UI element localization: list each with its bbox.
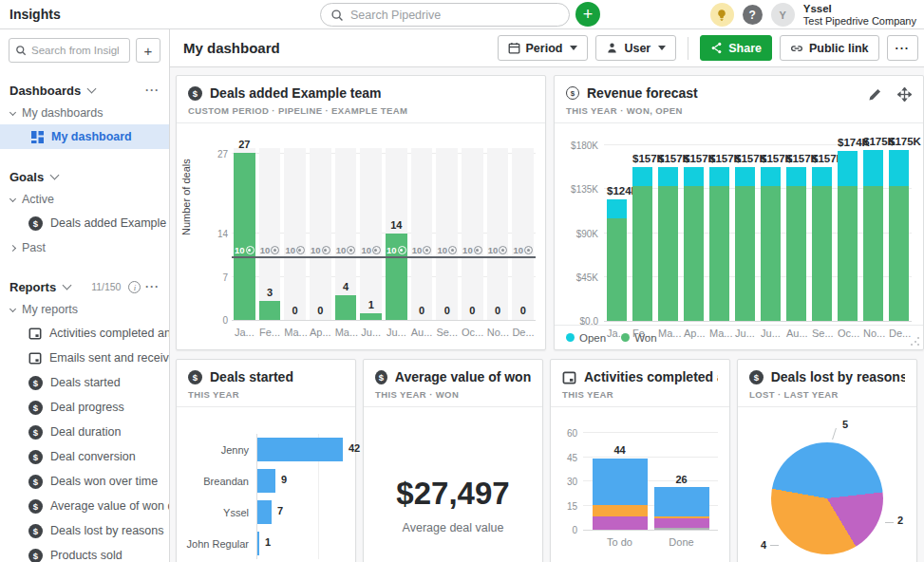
sidebar-item-report[interactable]: $Average value of won de... [0, 494, 169, 518]
stacked-bar[interactable] [709, 167, 729, 321]
my-reports-group[interactable]: My reports [0, 297, 169, 321]
stacked-bar[interactable] [761, 167, 781, 321]
chart-column[interactable]: 010Au... [411, 148, 433, 320]
bar[interactable] [259, 301, 281, 320]
stacked-bar[interactable] [684, 167, 704, 321]
chart-column[interactable]: $157KAp... [684, 146, 704, 321]
sidebar-item-report[interactable]: $Products sold [0, 543, 169, 562]
bar[interactable] [257, 532, 259, 555]
public-link-button[interactable]: Public link [780, 35, 879, 61]
chart-column[interactable]: 010No... [487, 148, 509, 320]
chart-column[interactable]: 1410Ju... [386, 148, 407, 320]
global-search-input[interactable] [350, 9, 540, 22]
user-filter-button[interactable]: User [595, 35, 676, 61]
metric-value: $27,497 [396, 476, 509, 512]
chart-column[interactable]: $157KMa... [709, 146, 729, 321]
stacked-bar[interactable] [632, 167, 652, 321]
help-button[interactable]: ? [743, 5, 763, 25]
pie-chart[interactable] [771, 442, 883, 554]
bar[interactable] [257, 438, 343, 461]
chart-column[interactable]: $174KOc... [838, 146, 858, 321]
app-title: Insights [9, 7, 61, 22]
stacked-bar[interactable] [658, 167, 678, 321]
stacked-bar[interactable] [786, 167, 806, 321]
reports-more-button[interactable]: ··· [145, 280, 160, 293]
chart-column[interactable]: 010Ma... [284, 148, 306, 320]
chart-column[interactable]: 010De... [512, 148, 534, 320]
sidebar-item-label: Deals lost by reasons [50, 524, 164, 537]
sidebar-item-report[interactable]: Activities completed an... [0, 321, 169, 346]
chart-column[interactable]: 410Ma... [335, 148, 357, 320]
info-icon[interactable]: i [128, 281, 141, 293]
bar[interactable] [257, 469, 275, 493]
stacked-bar[interactable] [812, 167, 832, 321]
stacked-bar[interactable] [593, 459, 648, 530]
my-dashboards-group[interactable]: My dashboards [0, 101, 169, 124]
sidebar-item-my-dashboard[interactable]: My dashboard [0, 124, 169, 149]
sidebar-item-report[interactable]: $Deal conversion [0, 444, 169, 469]
sidebar-search-input[interactable] [31, 45, 119, 56]
move-icon[interactable] [897, 87, 912, 102]
quick-add-button[interactable]: + [575, 2, 600, 27]
dashboards-more-button[interactable]: ··· [145, 84, 160, 97]
chart-column[interactable]: $175KNo... [863, 146, 883, 321]
sidebar-item-report[interactable]: $Deals lost by reasons [0, 518, 169, 543]
sidebar-item-report[interactable]: Emails sent and received [0, 346, 169, 370]
stacked-bar[interactable] [838, 151, 858, 321]
suggestions-button[interactable] [710, 3, 734, 27]
dashboards-section-header[interactable]: Dashboards ··· [0, 80, 169, 101]
dashboard-more-button[interactable]: ··· [887, 35, 919, 61]
sidebar-item-label: Average value of won de... [50, 499, 170, 513]
goals-active-group[interactable]: Active [0, 187, 169, 211]
chart-column[interactable]: 310Fe... [259, 148, 281, 320]
avatar[interactable]: Y [771, 3, 795, 27]
share-button[interactable]: Share [700, 35, 772, 61]
segment-open [709, 167, 729, 186]
stacked-bar[interactable] [735, 167, 755, 321]
stacked-bar[interactable] [889, 150, 909, 321]
chart-column[interactable]: $157KMa... [658, 146, 678, 321]
add-insight-button[interactable]: + [136, 38, 160, 63]
goals-section-header[interactable]: Goals [0, 166, 169, 187]
chart-column[interactable]: 010Ap... [310, 148, 331, 320]
sidebar-item-report[interactable]: $Deals won over time [0, 469, 169, 494]
period-filter-button[interactable]: Period [498, 35, 589, 61]
chart-column[interactable]: 010Se... [436, 148, 458, 320]
bar-row[interactable]: John Regular1 [184, 528, 348, 559]
bar-row[interactable]: Yssel7 [184, 496, 348, 528]
chart-column[interactable]: $175KDe... [889, 146, 909, 321]
chart-column[interactable]: 110Ju... [360, 148, 382, 320]
chart-column[interactable]: $157KJu... [761, 146, 781, 321]
chart-column[interactable]: $157KJu... [735, 146, 755, 321]
goals-past-group[interactable]: Past [0, 235, 169, 259]
user-menu[interactable]: Yssel Test Pipedrive Company [803, 3, 916, 28]
resize-handle[interactable] [911, 337, 919, 346]
chart-column[interactable]: 2710Ja... [234, 148, 255, 320]
chart-column[interactable]: $124KJa... [607, 146, 627, 321]
reports-section-header[interactable]: Reports 11/150 i ··· [0, 276, 169, 297]
sidebar-search[interactable] [9, 38, 130, 63]
bar[interactable] [360, 313, 382, 320]
chart-column[interactable]: 010Oc... [462, 148, 483, 320]
edit-icon[interactable] [868, 87, 882, 102]
bar-row[interactable]: Jenny42 [184, 434, 348, 465]
bar[interactable] [335, 295, 357, 320]
bar[interactable] [234, 153, 255, 320]
stacked-bar[interactable] [607, 199, 627, 321]
chart-column[interactable]: $157KAu... [786, 146, 806, 321]
chart-column[interactable]: 26Done [654, 434, 709, 530]
bar[interactable] [257, 500, 272, 524]
sidebar-item-report[interactable]: $Deal progress [0, 395, 169, 420]
stacked-bar[interactable] [654, 487, 709, 530]
chart-column[interactable]: $157KSe... [812, 146, 832, 321]
legend-item[interactable]: Won [621, 332, 656, 344]
bar-row[interactable]: Breandan9 [184, 465, 348, 496]
legend-item[interactable]: Open [566, 332, 606, 344]
chart-column[interactable]: 44To do [593, 434, 648, 530]
chart-column[interactable]: $157KFe... [632, 146, 652, 321]
sidebar-item-report[interactable]: $Deal duration [0, 420, 169, 444]
global-search[interactable] [320, 3, 570, 27]
stacked-bar[interactable] [863, 150, 883, 321]
sidebar-item-goal-deals-added[interactable]: $ Deals added Example te... [0, 211, 169, 235]
sidebar-item-report[interactable]: $Deals started [0, 370, 169, 395]
